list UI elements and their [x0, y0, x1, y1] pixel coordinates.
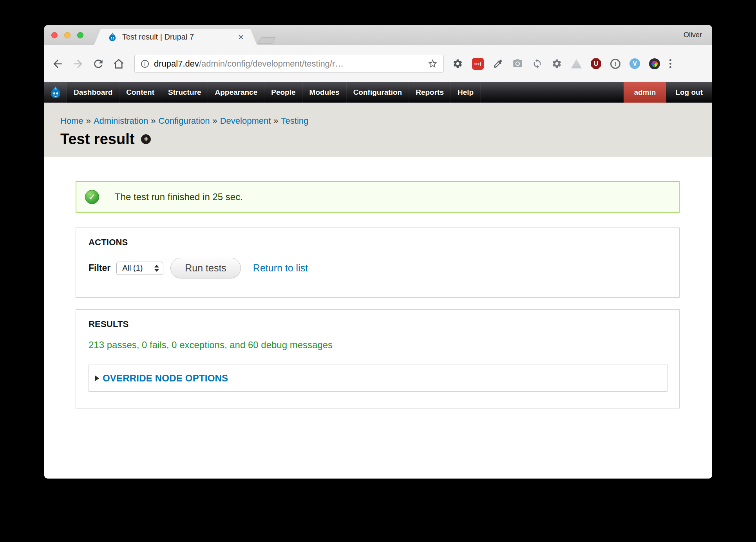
address-bar[interactable]: drupal7.dev/admin/config/development/tes…	[134, 55, 444, 73]
tab-title: Test result | Drupal 7	[122, 33, 194, 42]
breadcrumb-separator: »	[83, 116, 94, 126]
admin-menu-reports[interactable]: Reports	[409, 82, 451, 103]
admin-menu-help[interactable]: Help	[451, 82, 481, 103]
status-message: ✓ The test run finished in 25 sec.	[76, 181, 680, 213]
alert-circle-icon[interactable]: !	[610, 59, 620, 69]
home-icon[interactable]	[112, 58, 125, 70]
drupal-admin-toolbar: Dashboard Content Structure Appearance P…	[44, 82, 712, 103]
admin-user-tab[interactable]: admin	[624, 82, 666, 103]
forward-icon[interactable]	[72, 58, 84, 70]
lens-iris	[651, 61, 658, 67]
extension-gear-icon[interactable]	[552, 58, 562, 69]
site-info-icon[interactable]	[140, 59, 150, 69]
tab-bar: Test result | Drupal 7 × Oliver	[44, 25, 712, 45]
ublock-origin-icon[interactable]: U	[591, 58, 601, 69]
admin-menu-structure[interactable]: Structure	[161, 82, 208, 103]
test-summary: 213 passes, 0 fails, 0 exceptions, and 6…	[89, 340, 667, 350]
admin-menu-content[interactable]: Content	[119, 82, 161, 103]
breadcrumb-testing[interactable]: Testing	[281, 116, 309, 126]
browser-toolbar: drupal7.dev/admin/config/development/tes…	[44, 45, 712, 82]
collapsed-arrow-icon	[95, 376, 99, 381]
admin-menu-appearance[interactable]: Appearance	[208, 82, 264, 103]
fullscreen-window-button[interactable]	[77, 32, 83, 38]
page-header: Home»Administration»Configuration»Develo…	[44, 103, 712, 157]
add-shortcut-icon[interactable]: +	[141, 134, 151, 144]
active-tab[interactable]: Test result | Drupal 7 ×	[94, 29, 257, 45]
return-to-list-link[interactable]: Return to list	[253, 262, 308, 274]
results-legend: RESULTS	[89, 319, 667, 329]
chrome-menu-icon[interactable]	[669, 59, 671, 68]
lastpass-icon[interactable]: •••|	[472, 58, 484, 70]
actions-fieldset: ACTIONS Filter All (1) Run tests Return …	[76, 228, 680, 298]
breadcrumb: Home»Administration»Configuration»Develo…	[60, 116, 712, 126]
bookmark-star-icon[interactable]	[427, 58, 438, 69]
breadcrumb-development[interactable]: Development	[220, 116, 271, 126]
url-host: drupal7.dev	[154, 59, 199, 69]
settings-gear-icon[interactable]	[452, 58, 463, 69]
url-text[interactable]: drupal7.dev/admin/config/development/tes…	[154, 59, 344, 69]
drupal-favicon-icon	[107, 32, 118, 42]
breadcrumb-administration[interactable]: Administration	[94, 116, 148, 126]
vimium-icon[interactable]: V	[629, 58, 640, 69]
status-message-text: The test run finished in 25 sec.	[115, 192, 243, 202]
admin-menu-people[interactable]: People	[264, 82, 302, 103]
admin-menu-modules[interactable]: Modules	[303, 82, 347, 103]
override-node-options-fieldset[interactable]: OVERRIDE NODE OPTIONS	[89, 365, 667, 392]
results-fieldset: RESULTS 213 passes, 0 fails, 0 exception…	[76, 309, 680, 408]
close-window-button[interactable]	[51, 32, 58, 38]
minimize-window-button[interactable]	[64, 32, 71, 38]
browser-window: Test result | Drupal 7 × Oliver drupal7.…	[44, 25, 712, 479]
breadcrumb-configuration[interactable]: Configuration	[159, 116, 210, 126]
page-content: ✓ The test run finished in 25 sec. ACTIO…	[44, 157, 712, 478]
breadcrumb-separator: »	[271, 116, 281, 126]
run-tests-button[interactable]: Run tests	[170, 258, 241, 278]
reload-icon[interactable]	[92, 58, 105, 70]
admin-menu-configuration[interactable]: Configuration	[347, 82, 409, 103]
logout-link[interactable]: Log out	[666, 82, 712, 103]
url-path: /admin/config/development/testing/r…	[199, 59, 344, 69]
page-title: Test result	[60, 132, 134, 146]
back-icon[interactable]	[51, 58, 64, 70]
select-arrows-icon	[154, 265, 159, 272]
status-ok-icon: ✓	[85, 190, 99, 204]
filter-label: Filter	[89, 263, 110, 273]
close-tab-icon[interactable]: ×	[238, 33, 244, 42]
screenshot-camera-icon[interactable]	[512, 58, 523, 69]
drupal-logo-icon[interactable]	[44, 82, 67, 103]
window-controls	[51, 32, 83, 38]
filter-select[interactable]: All (1)	[116, 262, 163, 275]
admin-menu-dashboard[interactable]: Dashboard	[67, 82, 119, 103]
camera-lens-icon[interactable]	[649, 58, 660, 69]
breadcrumb-separator: »	[148, 116, 158, 126]
extension-icons: •••| U ! V	[452, 58, 660, 70]
google-drive-icon[interactable]	[571, 59, 582, 69]
color-picker-icon[interactable]	[493, 58, 503, 69]
override-node-options-link[interactable]: OVERRIDE NODE OPTIONS	[103, 373, 228, 384]
filter-select-value: All (1)	[122, 264, 143, 273]
breadcrumb-home[interactable]: Home	[60, 116, 83, 126]
new-tab-button[interactable]	[257, 37, 276, 44]
breadcrumb-separator: »	[210, 116, 220, 126]
tab-sync-icon[interactable]	[532, 58, 543, 69]
profile-name: Oliver	[684, 31, 702, 39]
actions-legend: ACTIONS	[89, 237, 667, 248]
